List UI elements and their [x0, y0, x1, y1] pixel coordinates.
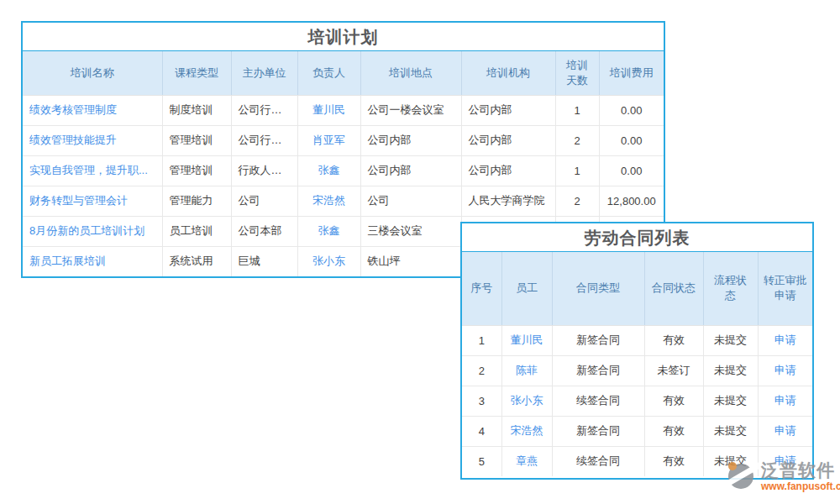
training-table-row: 实现自我管理，提升职... 管理培训 行政人事部 张鑫 公司内部 公司内部 1 …: [23, 155, 664, 186]
apply-link[interactable]: 申请: [758, 325, 812, 355]
course-type-cell: 管理能力: [162, 186, 231, 216]
owner-link[interactable]: 宋浩然: [297, 186, 360, 216]
agency-cell: 人民大学商学院: [461, 186, 555, 216]
fee-cell: 0.00: [599, 125, 664, 155]
training-name-link[interactable]: 8月份新的员工培训计划: [23, 216, 162, 246]
serial-cell: 5: [462, 446, 501, 476]
agency-cell: 公司内部: [461, 155, 555, 186]
training-name-link[interactable]: 财务转型与管理会计: [23, 186, 162, 216]
days-cell: 2: [555, 125, 599, 155]
contract-type-cell: 新签合同: [552, 325, 644, 355]
training-plan-title: 培训计划: [23, 23, 664, 51]
course-type-cell: 系统试用: [162, 246, 231, 276]
owner-link[interactable]: 张鑫: [297, 155, 360, 186]
contract-type-cell: 续签合同: [552, 386, 644, 416]
host-unit-cell: 公司行政部: [231, 125, 297, 155]
fee-cell: 0.00: [599, 155, 664, 186]
contract-status-cell: 有效: [644, 416, 703, 446]
owner-link[interactable]: 张鑫: [297, 216, 360, 246]
contract-status-cell: 有效: [644, 325, 703, 355]
apply-link[interactable]: 申请: [758, 355, 812, 386]
contract-header-row: 序号 员工 合同类型 合同状态 流程状 态 转正审批 申请: [462, 252, 812, 325]
course-type-cell: 管理培训: [162, 155, 231, 186]
contract-type-cell: 续签合同: [552, 446, 644, 476]
fee-cell: 0.00: [599, 95, 664, 125]
contract-table-row: 4 宋浩然 新签合同 有效 未提交 申请: [462, 416, 812, 446]
col-header-contract-status: 合同状态: [644, 252, 703, 325]
fanpu-logo-icon: [726, 459, 759, 492]
serial-cell: 3: [462, 386, 501, 416]
flow-status-cell: 未提交: [703, 325, 758, 355]
flow-status-cell: 未提交: [703, 416, 758, 446]
owner-link[interactable]: 董川民: [297, 95, 360, 125]
col-header-approval: 转正审批 申请: [758, 252, 812, 325]
host-unit-cell: 公司: [231, 186, 297, 216]
col-header-agency: 培训机构: [461, 51, 555, 95]
contract-type-cell: 新签合同: [552, 355, 644, 386]
employee-link[interactable]: 章燕: [501, 446, 552, 476]
days-cell: 1: [555, 95, 599, 125]
days-cell: 2: [555, 186, 599, 216]
employee-link[interactable]: 宋浩然: [501, 416, 552, 446]
page: 培训计划 培训名称 课程类型 主办单位 负责人 培训地点 培训机构 培训 天数 …: [0, 0, 840, 504]
training-table-row: 绩效考核管理制度 制度培训 公司行政部 董川民 公司一楼会议室 公司内部 1 0…: [23, 95, 664, 125]
contract-table-row: 3 张小东 续签合同 有效 未提交 申请: [462, 386, 812, 416]
col-header-days: 培训 天数: [555, 51, 599, 95]
col-header-employee: 员工: [501, 252, 552, 325]
contract-table-row: 2 陈菲 新签合同 未签订 未提交 申请: [462, 355, 812, 386]
employee-link[interactable]: 张小东: [501, 386, 552, 416]
days-cell: 1: [555, 155, 599, 186]
flow-status-cell: 未提交: [703, 386, 758, 416]
apply-link[interactable]: 申请: [758, 416, 812, 446]
contract-type-cell: 新签合同: [552, 416, 644, 446]
host-unit-cell: 行政人事部: [231, 155, 297, 186]
col-header-host-unit: 主办单位: [231, 51, 297, 95]
col-header-serial: 序号: [462, 252, 501, 325]
contract-table-row: 1 董川民 新签合同 有效 未提交 申请: [462, 325, 812, 355]
host-unit-cell: 公司行政部: [231, 95, 297, 125]
host-unit-cell: 巨城: [231, 246, 297, 276]
serial-cell: 2: [462, 355, 501, 386]
agency-cell: 公司内部: [461, 125, 555, 155]
training-table-row: 绩效管理技能提升 管理培训 公司行政部 肖亚军 公司内部 公司内部 2 0.00: [23, 125, 664, 155]
agency-cell: 公司内部: [461, 95, 555, 125]
location-cell: 公司内部: [360, 125, 461, 155]
training-name-link[interactable]: 新员工拓展培训: [23, 246, 162, 276]
training-header-row: 培训名称 课程类型 主办单位 负责人 培训地点 培训机构 培训 天数 培训费用: [23, 51, 664, 95]
location-cell: 公司内部: [360, 155, 461, 186]
labor-contract-table: 序号 员工 合同类型 合同状态 流程状 态 转正审批 申请 1 董川民 新签合同…: [462, 252, 812, 476]
host-unit-cell: 公司本部: [231, 216, 297, 246]
labor-contract-panel: 劳动合同列表 序号 员工 合同类型 合同状态 流程状 态 转正审批 申请 1 董…: [460, 222, 814, 480]
course-type-cell: 管理培训: [162, 125, 231, 155]
apply-link[interactable]: 申请: [758, 386, 812, 416]
serial-cell: 4: [462, 416, 501, 446]
col-header-training-name: 培训名称: [23, 51, 162, 95]
contract-status-cell: 未签订: [644, 355, 703, 386]
owner-link[interactable]: 肖亚军: [297, 125, 360, 155]
location-cell: 铁山坪: [360, 246, 461, 276]
employee-link[interactable]: 董川民: [501, 325, 552, 355]
col-header-course-type: 课程类型: [162, 51, 231, 95]
owner-link[interactable]: 张小东: [297, 246, 360, 276]
col-header-flow-status: 流程状 态: [703, 252, 758, 325]
training-name-link[interactable]: 绩效管理技能提升: [23, 125, 162, 155]
location-cell: 公司: [360, 186, 461, 216]
training-name-link[interactable]: 绩效考核管理制度: [23, 95, 162, 125]
course-type-cell: 制度培训: [162, 95, 231, 125]
contract-status-cell: 有效: [644, 446, 703, 476]
watermark-text: 泛普软件 www.fanpusoft.com: [761, 455, 840, 492]
fanpu-watermark: 泛普软件 www.fanpusoft.com: [726, 455, 840, 492]
location-cell: 公司一楼会议室: [360, 95, 461, 125]
col-header-owner: 负责人: [297, 51, 360, 95]
course-type-cell: 员工培训: [162, 216, 231, 246]
col-header-location: 培训地点: [360, 51, 461, 95]
employee-link[interactable]: 陈菲: [501, 355, 552, 386]
watermark-url: www.fanpusoft.com: [761, 480, 840, 492]
contract-status-cell: 有效: [644, 386, 703, 416]
training-table-row: 财务转型与管理会计 管理能力 公司 宋浩然 公司 人民大学商学院 2 12,80…: [23, 186, 664, 216]
fee-cell: 12,800.00: [599, 186, 664, 216]
serial-cell: 1: [462, 325, 501, 355]
col-header-fee: 培训费用: [599, 51, 664, 95]
training-name-link[interactable]: 实现自我管理，提升职...: [23, 155, 162, 186]
location-cell: 三楼会议室: [360, 216, 461, 246]
